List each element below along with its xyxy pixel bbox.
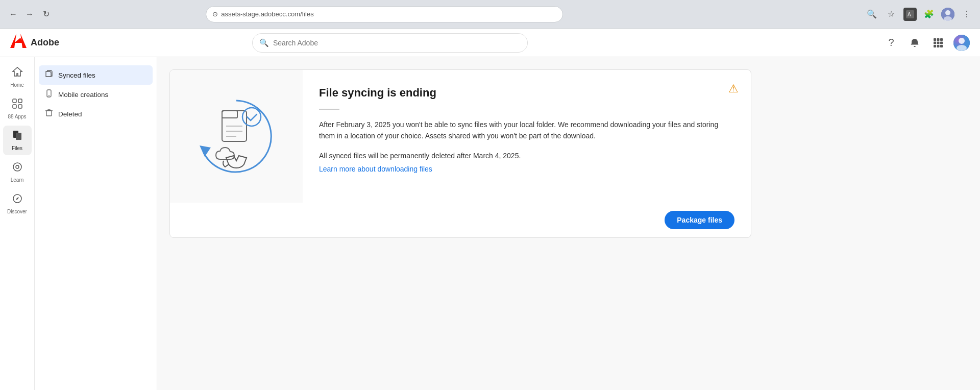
banner-divider [319,109,339,110]
browser-user-avatar[interactable] [941,8,954,21]
learn-more-link[interactable]: Learn more about downloading files [319,165,432,173]
sidebar-label-files: Files [12,145,22,151]
panel-item-deleted[interactable]: Deleted [39,104,153,124]
adobe-logo-text: Adobe [31,37,59,48]
svg-rect-31 [46,111,52,116]
browser-chrome: ← → ↻ ⊙ assets-stage.adobecc.com/files 🔍… [0,0,980,29]
svg-rect-16 [940,45,943,47]
package-files-button[interactable]: Package files [665,211,734,229]
warning-icon: ⚠ [728,82,739,95]
svg-point-30 [48,95,50,96]
left-panel: Synced files Mobile creations Deleted [35,57,157,390]
apps-nav-icon [12,98,23,112]
svg-point-27 [16,165,19,168]
address-icon: ⊙ [212,10,218,18]
banner-wrapper: ⚠ File syncing is ending After February … [169,69,751,238]
apps-button[interactable] [930,35,946,51]
search-input[interactable] [252,33,528,53]
svg-rect-13 [940,41,943,44]
address-url: assets-stage.adobecc.com/files [221,10,313,18]
svg-marker-32 [200,145,211,157]
discover-icon [12,193,23,207]
svg-rect-34 [222,111,237,118]
svg-rect-14 [934,45,936,47]
banner-title: File syncing is ending [319,86,730,100]
svg-rect-11 [934,41,936,44]
main-content: ⚠ File syncing is ending After February … [157,57,980,390]
svg-rect-25 [16,133,21,140]
back-button[interactable]: ← [6,7,20,21]
panel-item-mobile[interactable]: Mobile creations [39,85,153,104]
browser-right-icons: 🔍 ☆ A 🧩 ⋮ [865,7,974,21]
browser-nav-buttons: ← → ↻ [6,7,53,21]
mobile-creations-icon [45,89,53,100]
address-bar[interactable]: ⊙ assets-stage.adobecc.com/files [206,6,563,22]
search-bar: 🔍 [252,33,528,53]
svg-point-3 [945,10,950,15]
svg-point-19 [957,45,967,51]
svg-point-18 [959,38,965,44]
sidebar-item-discover[interactable]: Discover [3,189,32,218]
sidebar-icons: Home 88 Apps Files [0,57,35,390]
home-icon [12,66,23,80]
files-nav-icon [12,130,23,143]
svg-rect-20 [13,99,16,103]
sidebar-item-home[interactable]: Home [3,62,32,92]
sidebar-label-discover: Discover [7,209,27,214]
browser-extension-icon: A [903,8,917,21]
browser-search-button[interactable]: 🔍 [865,7,879,21]
browser-bookmark-button[interactable]: ☆ [884,7,898,21]
sidebar-label-home: Home [10,82,24,88]
svg-rect-22 [13,105,16,108]
panel-label-synced: Synced files [58,71,95,79]
svg-point-38 [242,108,261,126]
forward-button[interactable]: → [22,7,37,21]
banner-body-text: After February 3, 2025 you won't be able… [319,119,730,142]
svg-rect-8 [934,38,936,41]
notifications-button[interactable] [906,35,923,51]
header-right: ? [883,35,970,51]
banner-illustration [170,70,303,203]
svg-marker-6 [10,34,16,48]
main-body: Home 88 Apps Files [0,57,980,390]
reload-button[interactable]: ↻ [39,7,53,21]
help-button[interactable]: ? [883,35,899,51]
sidebar-item-files[interactable]: Files [3,126,32,155]
app-header: Adobe 🔍 ? [0,29,980,57]
adobe-logo-icon [10,34,27,52]
sidebar-label-learn: Learn [11,177,24,183]
app-container: Adobe 🔍 ? [0,29,980,390]
sidebar-label-apps: 88 Apps [8,114,26,119]
svg-rect-10 [940,38,943,41]
sidebar-item-learn[interactable]: Learn [3,157,32,187]
sidebar-item-apps[interactable]: 88 Apps [3,94,32,124]
svg-rect-9 [937,38,940,41]
svg-rect-21 [18,99,22,103]
banner-bottom: Package files [170,203,751,237]
svg-point-26 [13,163,21,171]
user-avatar[interactable] [953,35,970,51]
panel-item-synced[interactable]: Synced files [39,65,153,85]
banner-text: ⚠ File syncing is ending After February … [303,70,751,203]
svg-rect-15 [937,45,940,47]
banner-note-text: All synced files will be permanently del… [319,150,730,161]
deleted-icon [45,109,53,119]
panel-label-deleted: Deleted [58,110,82,118]
svg-text:A: A [908,12,911,17]
search-icon: 🔍 [259,38,269,47]
synced-files-icon [45,70,53,80]
adobe-logo: Adobe [10,34,59,52]
browser-extensions-button[interactable]: 🧩 [922,7,936,21]
svg-rect-23 [18,105,22,108]
learn-icon [12,161,23,175]
browser-menu-button[interactable]: ⋮ [960,7,974,21]
panel-label-mobile: Mobile creations [58,91,108,99]
banner-inner: ⚠ File syncing is ending After February … [170,70,751,203]
svg-rect-12 [937,41,940,44]
